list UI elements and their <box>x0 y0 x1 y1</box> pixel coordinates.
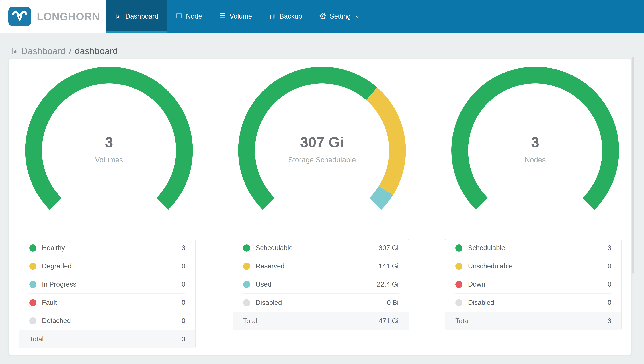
in-progress-dot <box>29 281 36 288</box>
degraded-dot <box>29 263 36 270</box>
legend-row-disabled: Disabled 0 <box>445 294 622 312</box>
tab-volume[interactable]: Volume <box>210 0 260 33</box>
volumes-legend-table: Healthy 3 Degraded 0 In Progress 0 Fault… <box>19 239 196 348</box>
tab-node-label: Node <box>186 12 202 20</box>
bar-chart-icon <box>11 47 20 56</box>
legend-row-total: Total 3 <box>445 312 622 330</box>
backup-icon <box>269 12 276 20</box>
healthy-dot <box>29 244 36 252</box>
legend-row-in-progress: In Progress 0 <box>19 275 195 294</box>
detached-dot <box>29 317 36 324</box>
storage-schedulable-label: Storage Schedulable <box>258 156 386 164</box>
volumes-label: Volumes <box>45 156 173 164</box>
nodes-count: 3 <box>472 135 599 150</box>
down-dot <box>456 281 462 288</box>
legend-row-total: Total 3 <box>19 330 195 348</box>
logo-badge <box>8 7 31 26</box>
nodes-label: Nodes <box>472 156 599 164</box>
gauge-segment-used <box>376 190 386 204</box>
vertical-scrollbar-thumb[interactable] <box>632 57 634 274</box>
longhorn-bull-icon <box>11 9 28 24</box>
gear-icon: ⚙ <box>319 12 326 20</box>
disabled-dot <box>456 299 462 306</box>
tab-setting-label: Setting <box>330 12 350 20</box>
tab-dashboard[interactable]: Dashboard <box>106 0 167 33</box>
dashboard-card: 3 Volumes 307 Gi Storage Schedulable 3 N… <box>9 60 631 355</box>
schedulable-dot <box>243 244 250 252</box>
tab-backup-label: Backup <box>280 12 302 20</box>
legend-row-down: Down 0 <box>445 275 622 294</box>
volumes-count: 3 <box>45 135 173 150</box>
legend-row-fault: Fault 0 <box>19 294 195 312</box>
fault-dot <box>29 299 36 306</box>
used-dot <box>243 281 250 288</box>
longhorn-dashboard-screen: LONGHORN Dashboard Node <box>0 0 644 364</box>
legend-row-degraded: Degraded 0 <box>19 257 195 275</box>
legend-row-total: Total 471 Gi <box>233 312 408 330</box>
top-navbar: LONGHORN Dashboard Node <box>0 0 644 33</box>
active-tab-indicator <box>106 31 167 33</box>
brand-name: LONGHORN <box>37 10 100 22</box>
schedulable-dot <box>456 244 462 252</box>
volume-icon <box>219 12 226 20</box>
tab-backup[interactable]: Backup <box>260 0 310 33</box>
reserved-dot <box>243 263 250 270</box>
breadcrumb-section[interactable]: Dashboard <box>21 46 66 56</box>
legend-row-used: Used 22.4 Gi <box>233 275 408 294</box>
tab-volume-label: Volume <box>230 12 252 20</box>
storage-gauge-center: 307 Gi Storage Schedulable <box>258 135 386 164</box>
breadcrumb-separator: / <box>69 46 72 56</box>
logo[interactable]: LONGHORN <box>0 0 106 33</box>
volumes-gauge-center: 3 Volumes <box>45 135 173 164</box>
nodes-legend-table: Schedulable 3 Unschedulable 0 Down 0 Dis… <box>445 239 622 330</box>
unschedulable-dot <box>456 263 462 270</box>
legend-row-reserved: Reserved 141 Gi <box>233 257 408 275</box>
main-menu: Dashboard Node Volume <box>106 0 368 33</box>
legend-row-detached: Detached 0 <box>19 312 195 330</box>
node-icon <box>175 12 183 20</box>
legend-row-schedulable: Schedulable 3 <box>445 239 622 257</box>
tab-dashboard-label: Dashboard <box>125 12 158 20</box>
breadcrumb-current-page: dashboard <box>75 46 118 56</box>
chevron-down-icon <box>354 14 360 19</box>
tab-node[interactable]: Node <box>167 0 210 33</box>
legend-row-unschedulable: Unschedulable 0 <box>445 257 622 275</box>
bar-chart-icon <box>114 12 122 20</box>
storage-legend-table: Schedulable 307 Gi Reserved 141 Gi Used … <box>233 239 409 330</box>
storage-schedulable-value: 307 Gi <box>258 135 386 150</box>
tab-setting[interactable]: ⚙ Setting <box>310 0 368 33</box>
disabled-dot <box>243 299 250 306</box>
legend-row-schedulable: Schedulable 307 Gi <box>233 239 408 257</box>
legend-row-disabled: Disabled 0 Bi <box>233 294 408 312</box>
nodes-gauge-center: 3 Nodes <box>472 135 599 164</box>
legend-row-healthy: Healthy 3 <box>19 239 195 257</box>
